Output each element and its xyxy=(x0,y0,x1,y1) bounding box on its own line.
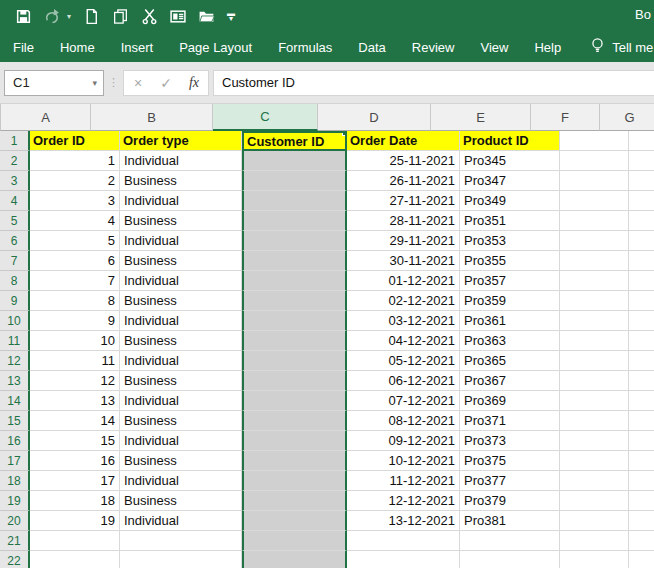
cell-B16[interactable]: Individual xyxy=(120,431,242,451)
column-header-F[interactable]: F xyxy=(531,104,600,131)
cell-E9[interactable]: Pro359 xyxy=(460,291,560,311)
tab-review[interactable]: Review xyxy=(399,32,468,62)
tab-page-layout[interactable]: Page Layout xyxy=(166,32,265,62)
row-header-7[interactable]: 7 xyxy=(0,251,30,271)
cell-B13[interactable]: Business xyxy=(120,371,242,391)
cell-F20[interactable] xyxy=(560,511,629,531)
cell-D14[interactable]: 07-12-2021 xyxy=(347,391,460,411)
cell-F12[interactable] xyxy=(560,351,629,371)
cell-C16[interactable] xyxy=(242,431,347,451)
cell-E11[interactable]: Pro363 xyxy=(460,331,560,351)
cell-E7[interactable]: Pro355 xyxy=(460,251,560,271)
cell-A2[interactable]: 1 xyxy=(30,151,120,171)
cell-C22[interactable] xyxy=(242,551,347,568)
cell-D20[interactable]: 13-12-2021 xyxy=(347,511,460,531)
cell-G19[interactable] xyxy=(629,491,654,511)
customize-toolbar-icon[interactable]: ▬▾ xyxy=(227,11,235,21)
cell-G17[interactable] xyxy=(629,451,654,471)
cell-A1[interactable]: Order ID xyxy=(30,131,120,151)
cell-D22[interactable] xyxy=(347,551,460,568)
row-header-15[interactable]: 15 xyxy=(0,411,30,431)
row-header-4[interactable]: 4 xyxy=(0,191,30,211)
cell-E6[interactable]: Pro353 xyxy=(460,231,560,251)
cell-G1[interactable] xyxy=(629,131,654,151)
cell-B12[interactable]: Individual xyxy=(120,351,242,371)
cut-icon[interactable] xyxy=(140,7,158,25)
cell-A20[interactable]: 19 xyxy=(30,511,120,531)
cell-D16[interactable]: 09-12-2021 xyxy=(347,431,460,451)
cell-G9[interactable] xyxy=(629,291,654,311)
cell-F7[interactable] xyxy=(560,251,629,271)
cell-G15[interactable] xyxy=(629,411,654,431)
formula-bar-drag-handle[interactable]: ⋮ xyxy=(104,76,123,89)
row-header-14[interactable]: 14 xyxy=(0,391,30,411)
cell-G6[interactable] xyxy=(629,231,654,251)
cell-C20[interactable] xyxy=(242,511,347,531)
cell-A14[interactable]: 13 xyxy=(30,391,120,411)
cell-E14[interactable]: Pro369 xyxy=(460,391,560,411)
cell-A16[interactable]: 15 xyxy=(30,431,120,451)
row-header-20[interactable]: 20 xyxy=(0,511,30,531)
cell-E15[interactable]: Pro371 xyxy=(460,411,560,431)
formula-input[interactable]: Customer ID xyxy=(213,70,654,96)
cell-A10[interactable]: 9 xyxy=(30,311,120,331)
cell-C2[interactable] xyxy=(242,151,347,171)
cell-F8[interactable] xyxy=(560,271,629,291)
tab-insert[interactable]: Insert xyxy=(108,32,167,62)
cell-F15[interactable] xyxy=(560,411,629,431)
copy-icon[interactable] xyxy=(111,7,129,25)
cell-B2[interactable]: Individual xyxy=(120,151,242,171)
cell-G7[interactable] xyxy=(629,251,654,271)
row-header-6[interactable]: 6 xyxy=(0,231,30,251)
cell-F14[interactable] xyxy=(560,391,629,411)
tell-me-box[interactable]: Tell me w xyxy=(590,37,654,57)
cell-D2[interactable]: 25-11-2021 xyxy=(347,151,460,171)
cell-D8[interactable]: 01-12-2021 xyxy=(347,271,460,291)
cell-G22[interactable] xyxy=(629,551,654,568)
cell-E12[interactable]: Pro365 xyxy=(460,351,560,371)
cell-E22[interactable] xyxy=(460,551,560,568)
cell-D13[interactable]: 06-12-2021 xyxy=(347,371,460,391)
cell-F9[interactable] xyxy=(560,291,629,311)
column-header-C[interactable]: C xyxy=(213,104,318,131)
cell-A3[interactable]: 2 xyxy=(30,171,120,191)
cancel-icon[interactable]: × xyxy=(124,71,152,95)
cell-A12[interactable]: 11 xyxy=(30,351,120,371)
row-header-10[interactable]: 10 xyxy=(0,311,30,331)
name-box[interactable]: C1 ▾ xyxy=(4,70,104,96)
cell-G14[interactable] xyxy=(629,391,654,411)
cell-C1[interactable]: Customer ID xyxy=(242,131,347,151)
cell-C8[interactable] xyxy=(242,271,347,291)
cell-E20[interactable]: Pro381 xyxy=(460,511,560,531)
cell-G16[interactable] xyxy=(629,431,654,451)
cell-G8[interactable] xyxy=(629,271,654,291)
cell-E1[interactable]: Product ID xyxy=(460,131,560,151)
row-header-17[interactable]: 17 xyxy=(0,451,30,471)
cell-C14[interactable] xyxy=(242,391,347,411)
selection-handle[interactable] xyxy=(342,131,347,136)
column-header-E[interactable]: E xyxy=(431,104,531,131)
cell-A13[interactable]: 12 xyxy=(30,371,120,391)
cell-F16[interactable] xyxy=(560,431,629,451)
cell-F13[interactable] xyxy=(560,371,629,391)
cell-A19[interactable]: 18 xyxy=(30,491,120,511)
row-header-11[interactable]: 11 xyxy=(0,331,30,351)
cell-C15[interactable] xyxy=(242,411,347,431)
cell-B17[interactable]: Business xyxy=(120,451,242,471)
cell-B4[interactable]: Individual xyxy=(120,191,242,211)
cell-F5[interactable] xyxy=(560,211,629,231)
cell-D7[interactable]: 30-11-2021 xyxy=(347,251,460,271)
cell-C18[interactable] xyxy=(242,471,347,491)
cell-B3[interactable]: Business xyxy=(120,171,242,191)
cell-F4[interactable] xyxy=(560,191,629,211)
cell-C6[interactable] xyxy=(242,231,347,251)
cell-B19[interactable]: Business xyxy=(120,491,242,511)
cell-F2[interactable] xyxy=(560,151,629,171)
cell-D12[interactable]: 05-12-2021 xyxy=(347,351,460,371)
form-icon[interactable] xyxy=(169,7,187,25)
cell-A7[interactable]: 6 xyxy=(30,251,120,271)
cell-E2[interactable]: Pro345 xyxy=(460,151,560,171)
cell-G11[interactable] xyxy=(629,331,654,351)
insert-function-icon[interactable]: fx xyxy=(180,71,208,95)
cell-D9[interactable]: 02-12-2021 xyxy=(347,291,460,311)
